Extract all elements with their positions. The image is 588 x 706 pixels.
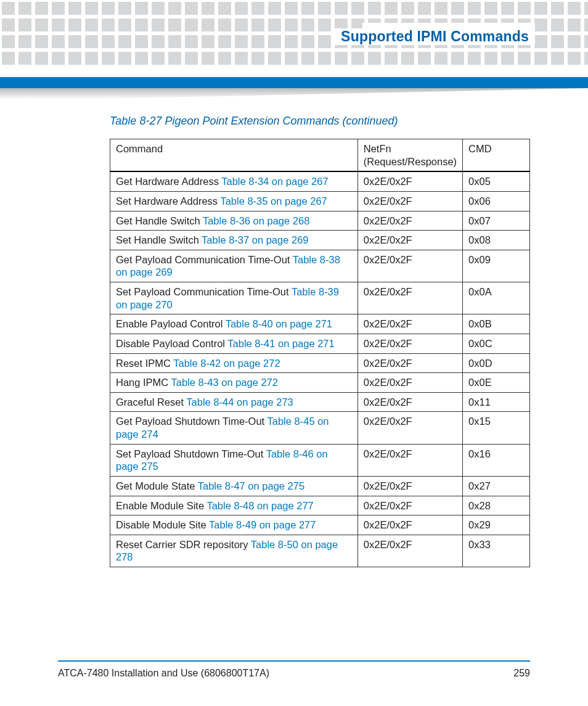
- command-text: Set Handle Switch: [116, 234, 202, 245]
- col-header-netfn: NetFn (Request/Response): [357, 139, 462, 172]
- table-header-row: Command NetFn (Request/Response) CMD: [110, 139, 530, 172]
- table-reference-link[interactable]: Table 8-43 on page 272: [171, 377, 278, 388]
- cell-cmd: 0x27: [463, 476, 530, 496]
- cell-netfn: 0x2E/0x2F: [357, 191, 462, 211]
- table-row: Get Payload Shutdown Time-Out Table 8-45…: [110, 412, 530, 444]
- cell-cmd: 0x0A: [463, 282, 530, 314]
- command-text: Set Payload Shutdown Time-Out: [116, 448, 266, 459]
- table-row: Set Payload Communication Time-Out Table…: [110, 282, 530, 314]
- cell-netfn: 0x2E/0x2F: [357, 476, 462, 496]
- table-reference-link[interactable]: Table 8-44 on page 273: [186, 396, 293, 408]
- cell-cmd: 0x06: [463, 191, 530, 211]
- cell-cmd: 0x29: [463, 515, 530, 535]
- header-accent-bar: [0, 77, 588, 88]
- footer-doc-title: ATCA-7480 Installation and Use (6806800T…: [58, 668, 269, 679]
- cell-command: Get Payload Communication Time-Out Table…: [110, 250, 358, 282]
- command-text: Set Payload Communication Time-Out: [116, 286, 292, 297]
- cell-cmd: 0x08: [463, 231, 530, 250]
- command-text: Get Hardware Address: [116, 176, 221, 187]
- cell-netfn: 0x2E/0x2F: [357, 535, 462, 567]
- table-row: Get Module State Table 8-47 on page 2750…: [110, 476, 530, 496]
- command-text: Disable Module Site: [116, 519, 209, 530]
- cell-netfn: 0x2E/0x2F: [357, 211, 462, 231]
- table-reference-link[interactable]: Table 8-36 on page 268: [203, 215, 309, 226]
- cell-netfn: 0x2E/0x2F: [357, 444, 462, 476]
- command-text: Reset IPMC: [116, 358, 173, 369]
- table-row: Set Handle Switch Table 8-37 on page 269…: [110, 231, 530, 250]
- cell-command: Set Hardware Address Table 8-35 on page …: [110, 191, 358, 211]
- table-row: Get Handle Switch Table 8-36 on page 268…: [110, 211, 530, 231]
- table-row: Disable Module Site Table 8-49 on page 2…: [110, 515, 530, 535]
- cell-netfn: 0x2E/0x2F: [357, 373, 462, 393]
- table-row: Reset IPMC Table 8-42 on page 2720x2E/0x…: [110, 353, 530, 373]
- command-text: Get Handle Switch: [116, 215, 203, 226]
- commands-table: Command NetFn (Request/Response) CMD Get…: [110, 139, 530, 567]
- cell-cmd: 0x0B: [463, 314, 530, 334]
- cell-command: Enable Module Site Table 8-48 on page 27…: [110, 496, 358, 515]
- col-header-command: Command: [110, 139, 358, 172]
- cell-netfn: 0x2E/0x2F: [357, 282, 462, 314]
- cell-command: Hang IPMC Table 8-43 on page 272: [110, 373, 358, 393]
- table-reference-link[interactable]: Table 8-35 on page 267: [220, 195, 327, 207]
- cell-cmd: 0x33: [463, 535, 530, 567]
- cell-cmd: 0x05: [463, 171, 530, 191]
- cell-netfn: 0x2E/0x2F: [357, 515, 462, 535]
- table-reference-link[interactable]: Table 8-49 on page 277: [209, 519, 316, 530]
- command-text: Disable Payload Control: [116, 338, 227, 349]
- table-reference-link[interactable]: Table 8-37 on page 269: [202, 234, 308, 245]
- cell-netfn: 0x2E/0x2F: [357, 314, 462, 334]
- cell-netfn: 0x2E/0x2F: [357, 334, 462, 353]
- cell-command: Set Handle Switch Table 8-37 on page 269: [110, 231, 358, 250]
- cell-netfn: 0x2E/0x2F: [357, 392, 462, 412]
- cell-cmd: 0x15: [463, 412, 530, 444]
- command-text: Get Payload Shutdown Time-Out: [116, 416, 267, 427]
- cell-cmd: 0x28: [463, 496, 530, 515]
- table-row: Set Payload Shutdown Time-Out Table 8-46…: [110, 444, 530, 476]
- table-row: Hang IPMC Table 8-43 on page 2720x2E/0x2…: [110, 373, 530, 393]
- page-footer: ATCA-7480 Installation and Use (6806800T…: [58, 660, 530, 679]
- cell-cmd: 0x11: [463, 392, 530, 412]
- table-row: Disable Payload Control Table 8-41 on pa…: [110, 334, 530, 353]
- table-reference-link[interactable]: Table 8-41 on page 271: [227, 338, 334, 349]
- cell-cmd: 0x0E: [463, 373, 530, 393]
- cell-command: Disable Payload Control Table 8-41 on pa…: [110, 334, 358, 353]
- cell-netfn: 0x2E/0x2F: [357, 250, 462, 282]
- cell-command: Get Hardware Address Table 8-34 on page …: [110, 171, 358, 191]
- command-text: Graceful Reset: [116, 396, 186, 408]
- cell-command: Reset IPMC Table 8-42 on page 272: [110, 353, 358, 373]
- cell-command: Graceful Reset Table 8-44 on page 273: [110, 392, 358, 412]
- cell-command: Get Handle Switch Table 8-36 on page 268: [110, 211, 358, 231]
- command-text: Set Hardware Address: [116, 195, 220, 207]
- cell-cmd: 0x07: [463, 211, 530, 231]
- table-reference-link[interactable]: Table 8-47 on page 275: [198, 480, 304, 491]
- page-title: Supported IPMI Commands: [332, 28, 533, 45]
- table-row: Get Payload Communication Time-Out Table…: [110, 250, 530, 282]
- cell-command: Get Module State Table 8-47 on page 275: [110, 476, 358, 496]
- cell-command: Reset Carrier SDR repository Table 8-50 …: [110, 535, 358, 567]
- table-row: Set Hardware Address Table 8-35 on page …: [110, 191, 530, 211]
- table-reference-link[interactable]: Table 8-34 on page 267: [221, 176, 328, 187]
- table-row: Reset Carrier SDR repository Table 8-50 …: [110, 535, 530, 567]
- table-row: Enable Module Site Table 8-48 on page 27…: [110, 496, 530, 515]
- cell-command: Enable Payload Control Table 8-40 on pag…: [110, 314, 358, 334]
- table-row: Enable Payload Control Table 8-40 on pag…: [110, 314, 530, 334]
- cell-command: Disable Module Site Table 8-49 on page 2…: [110, 515, 358, 535]
- command-text: Get Module State: [116, 480, 198, 491]
- svg-marker-3: [0, 88, 588, 99]
- cell-netfn: 0x2E/0x2F: [357, 496, 462, 515]
- cell-cmd: 0x0D: [463, 353, 530, 373]
- table-reference-link[interactable]: Table 8-40 on page 271: [226, 318, 332, 329]
- col-header-cmd: CMD: [463, 139, 530, 172]
- table-row: Get Hardware Address Table 8-34 on page …: [110, 171, 530, 191]
- command-text: Hang IPMC: [116, 377, 171, 388]
- command-text: Enable Module Site: [116, 500, 206, 511]
- cell-netfn: 0x2E/0x2F: [357, 353, 462, 373]
- table-row: Graceful Reset Table 8-44 on page 2730x2…: [110, 392, 530, 412]
- cell-cmd: 0x09: [463, 250, 530, 282]
- table-reference-link[interactable]: Table 8-42 on page 272: [173, 358, 280, 369]
- command-text: Reset Carrier SDR repository: [116, 539, 251, 550]
- cell-command: Set Payload Communication Time-Out Table…: [110, 282, 358, 314]
- cell-command: Set Payload Shutdown Time-Out Table 8-46…: [110, 444, 358, 476]
- table-reference-link[interactable]: Table 8-48 on page 277: [206, 500, 313, 511]
- cell-netfn: 0x2E/0x2F: [357, 171, 462, 191]
